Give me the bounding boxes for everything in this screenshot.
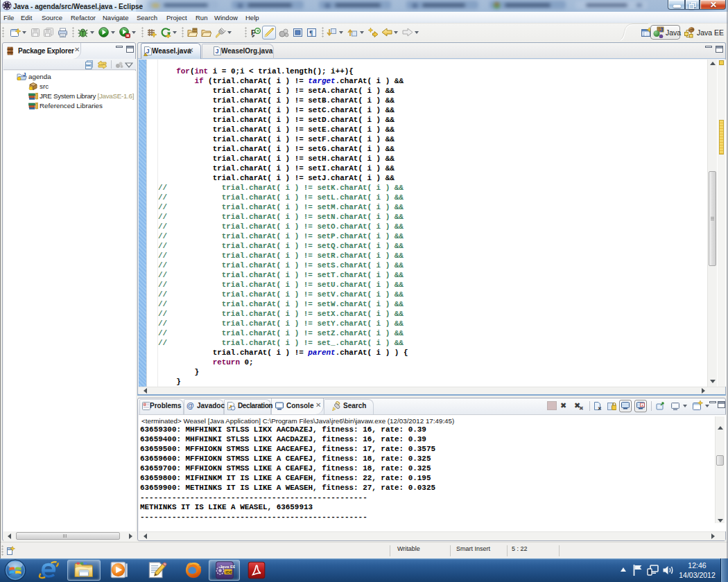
svg-text:J: J (146, 48, 150, 55)
svg-text:J: J (216, 48, 219, 55)
svg-text:J: J (23, 72, 26, 78)
svg-text:Java EE: Java EE (220, 565, 235, 569)
svg-text:!: ! (145, 53, 146, 56)
svg-text:✕: ✕ (641, 403, 644, 407)
svg-text:IDE: IDE (225, 570, 232, 574)
svg-text:✕: ✕ (598, 406, 602, 411)
svg-text:J: J (660, 26, 664, 33)
svg-text:¶: ¶ (309, 29, 313, 37)
